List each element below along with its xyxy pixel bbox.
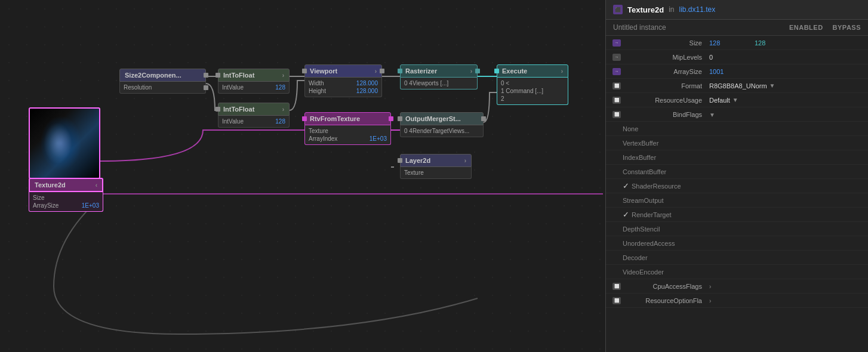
size-value1[interactable]: 128 <box>709 39 745 47</box>
prop-row-depthstencil: DepthStencil <box>606 222 868 236</box>
depthstencil-label: DepthStencil <box>623 226 660 233</box>
layer2d-title: Layer2d <box>405 157 430 164</box>
texture2d-arraysize-val: 1E+03 <box>82 202 99 209</box>
execute-title: Execute <box>502 67 527 75</box>
bindflags-prop-icon: ⬜ <box>611 110 623 119</box>
prop-row-shaderresource: ✓ ShaderResource <box>606 179 868 193</box>
panel-icon: ⬛ <box>613 5 623 14</box>
resourceusage-label: ResourceUsage <box>625 97 709 104</box>
layer2d-texture: Texture <box>404 169 424 176</box>
prop-row-rendertarget: ✓ RenderTarget <box>606 208 868 222</box>
texture2d-arraysize-label: ArraySize <box>33 202 59 209</box>
prop-row-size: → Size 128 128 <box>606 36 868 50</box>
constantbuffer-label: ConstantBuffer <box>623 168 666 175</box>
panel-subheader: Untitled instance ENABLED BYPASS <box>606 20 868 36</box>
miplevels-value[interactable]: 0 <box>709 54 713 61</box>
cpuaccessflags-expand-arrow[interactable]: › <box>709 283 711 290</box>
viewport-width-label: Width <box>309 80 324 87</box>
viewport-title: Viewport <box>310 67 337 75</box>
resourceoptionfla-label: ResourceOptionFla <box>625 297 709 304</box>
miplevels-label: MipLevels <box>625 54 709 61</box>
node-inttofloat2[interactable]: IntToFloat › IntValue 128 <box>218 103 290 128</box>
prop-row-videoencoder: VideoEncoder <box>606 265 868 279</box>
rendertarget-label[interactable]: RenderTarget <box>632 211 672 218</box>
unorderedaccess-label: UnorderedAccess <box>623 240 675 247</box>
none-label: None <box>623 125 638 132</box>
rtvfrom-arrayindex-label: ArrayIndex <box>309 135 337 142</box>
badge-enabled[interactable]: ENABLED <box>789 24 823 31</box>
prop-row-vertexbuffer: VertexBuffer <box>606 136 868 150</box>
prop-row-resourceoptionfla: ⬜ ResourceOptionFla › <box>606 294 868 308</box>
bindflags-expand-arrow[interactable]: ▼ <box>709 112 715 118</box>
node-outputmerger[interactable]: OutputMergerSt... 0 4RenderTargetViews..… <box>400 112 484 137</box>
instance-name: Untitled instance <box>613 23 780 32</box>
rtvfrom-texture-label: Texture <box>309 128 328 134</box>
inttofloat2-val: 128 <box>275 118 285 125</box>
node-rtvfromtexture[interactable]: RtvFromTexture Texture ArrayIndex 1E+03 <box>304 112 391 145</box>
format-label: Format <box>625 82 709 89</box>
node-execute[interactable]: Execute › 0 < 1 Command [...] 2 <box>497 64 568 105</box>
node-layer2d[interactable]: Layer2d › Texture <box>400 154 472 179</box>
format-dropdown-arrow[interactable]: ▼ <box>769 82 775 89</box>
prop-row-constantbuffer: ConstantBuffer <box>606 165 868 179</box>
rasterizer-viewports: 0 4Viewports [...] <box>404 80 448 87</box>
resourceoptionfla-expand-arrow[interactable]: › <box>709 298 711 304</box>
streamoutput-label: StreamOutput <box>623 197 663 204</box>
size2comp-title: Size2Componen... <box>125 72 181 79</box>
resourceusage-value[interactable]: Default <box>709 97 730 104</box>
panel-props[interactable]: → Size 128 128 → MipLevels 0 → ArraySize <box>606 36 868 352</box>
rendertarget-check: ✓ <box>623 210 629 219</box>
cpuaccessflags-label: CpuAccessFlags <box>625 283 709 290</box>
resourceoptionfla-prop-icon: ⬜ <box>611 296 623 305</box>
prop-row-indexbuffer: IndexBuffer <box>606 150 868 165</box>
resourceusage-prop-icon: ⬜ <box>611 95 623 105</box>
execute-command: 1 Command [...] <box>501 88 543 94</box>
node-viewport[interactable]: Viewport › Width 128.000 Height 128.000 <box>304 64 382 97</box>
node-size2comp[interactable]: Size2Componen... Resolution <box>119 69 206 94</box>
indexbuffer-label: IndexBuffer <box>623 154 656 161</box>
inttofloat1-val: 128 <box>275 84 285 91</box>
size-label: Size <box>625 39 709 47</box>
arraysize-prop-icon: → <box>611 67 623 76</box>
prop-row-unorderedaccess: UnorderedAccess <box>606 236 868 251</box>
vertexbuffer-label: VertexBuffer <box>623 140 658 147</box>
cpuaccessflags-prop-icon: ⬜ <box>611 282 623 291</box>
prop-row-bindflags: ⬜ BindFlags ▼ <box>606 107 868 122</box>
prop-row-streamoutput: StreamOutput <box>606 193 868 208</box>
texture2d-chevron: ‹ <box>96 182 97 189</box>
viewport-height-val: 128.000 <box>356 88 378 94</box>
arraysize-value[interactable]: 1001 <box>709 68 724 75</box>
inttofloat2-intvalue-label: IntValue <box>222 118 244 125</box>
inttofloat2-title: IntToFloat <box>223 106 254 113</box>
size-value2[interactable]: 128 <box>755 39 790 47</box>
prop-row-resourceusage: ⬜ ResourceUsage Default ▼ <box>606 93 868 107</box>
graph-area[interactable]: Texture2d ‹ Size ArraySize 1E+03 Size2Co… <box>0 0 605 352</box>
texture2d-size-label: Size <box>33 194 44 201</box>
execute-val1: 0 < <box>501 80 509 87</box>
rtvfrom-title: RtvFromTexture <box>310 115 360 122</box>
execute-val2: 2 <box>501 95 504 102</box>
panel-title-main: Texture2d <box>627 5 664 14</box>
shaderresource-label[interactable]: ShaderResource <box>632 183 681 190</box>
viewport-width-val: 128.000 <box>356 80 378 87</box>
texture2d-title: Texture2d <box>35 181 66 189</box>
panel-title-in: in <box>669 5 674 14</box>
node-texture2d[interactable]: Texture2d ‹ Size ArraySize 1E+03 <box>29 178 103 212</box>
outputmerger-rtvlabel: 0 4RenderTargetViews... <box>404 128 469 134</box>
size2comp-res-label: Resolution <box>124 84 152 91</box>
badge-bypass[interactable]: BYPASS <box>833 24 861 31</box>
resourceusage-dropdown-arrow[interactable]: ▼ <box>732 97 738 103</box>
bindflags-label: BindFlags <box>625 111 709 118</box>
inttofloat1-intvalue-label: IntValue <box>222 84 244 91</box>
format-prop-icon: ⬜ <box>611 81 623 91</box>
prop-row-miplevels: → MipLevels 0 <box>606 50 868 64</box>
size-prop-icon: → <box>611 38 623 48</box>
node-inttofloat1[interactable]: IntToFloat › IntValue 128 <box>218 69 290 94</box>
format-value[interactable]: R8G8B8A8_UNorm <box>709 82 767 89</box>
inttofloat1-title: IntToFloat <box>223 72 254 79</box>
rtvfrom-arrayindex-val: 1E+03 <box>370 135 387 142</box>
viewport-height-label: Height <box>309 88 326 94</box>
node-rasterizer[interactable]: Rasterizer › 0 4Viewports [...] <box>400 64 478 89</box>
shaderresource-check: ✓ <box>623 181 629 190</box>
panel-header: ⬛ Texture2d in lib.dx11.tex <box>606 0 868 20</box>
